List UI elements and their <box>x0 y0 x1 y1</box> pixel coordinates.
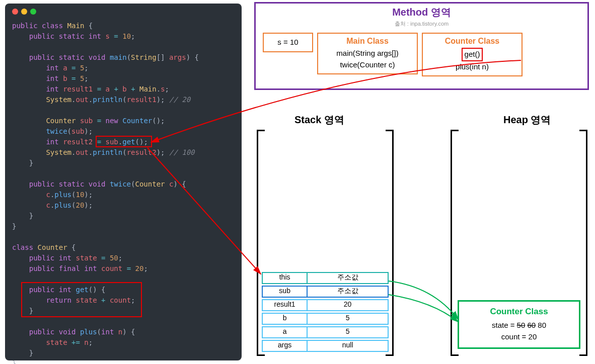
stack-value: 5 <box>308 327 388 337</box>
stack-value: 주소값 <box>308 287 388 297</box>
stack-key: sub <box>263 287 308 297</box>
stack-title: Stack 영역 <box>294 113 344 127</box>
stack-row: a5 <box>262 326 389 338</box>
heap-count: count = 20 <box>464 331 574 343</box>
stack-key: this <box>263 273 308 283</box>
maximize-icon <box>30 9 36 15</box>
stack-key: result1 <box>263 300 308 310</box>
heap-title: Heap 영역 <box>503 113 551 127</box>
stack-value: 주소값 <box>308 273 388 283</box>
code-block: public class Main { public static int s … <box>12 21 235 364</box>
stack-row: sub주소값 <box>262 286 389 298</box>
highlight-getmethod <box>21 282 142 317</box>
stack-value: null <box>308 341 388 351</box>
stack-key: b <box>263 314 308 324</box>
stack-row: this주소값 <box>262 272 389 284</box>
heap-object-box: Counter Class state = 50 60 80 count = 2… <box>458 300 580 349</box>
stack-row: argsnull <box>262 340 389 352</box>
method-title: Method 영역 <box>256 6 587 19</box>
stack-row: result120 <box>262 299 389 311</box>
stack-key: args <box>263 341 308 351</box>
close-icon <box>12 9 18 15</box>
arrow-this-to-heap <box>389 281 458 319</box>
traffic-lights <box>12 9 235 15</box>
main-class-box: Main Class main(String args[]) twice(Cou… <box>317 33 418 74</box>
stack-area: this주소값sub주소값result120b5a5argsnull <box>257 130 394 356</box>
stack-row: b5 <box>262 313 389 325</box>
heap-area: Counter Class state = 50 60 80 count = 2… <box>451 130 587 356</box>
code-editor: public class Main { public static int s … <box>5 4 242 360</box>
stack-key: a <box>263 327 308 337</box>
highlight-subget <box>96 136 152 147</box>
stack-value: 20 <box>308 300 388 310</box>
source-credit: 출처 : inpa.tistory.com <box>256 20 587 28</box>
arrow-sub-to-heap <box>389 295 458 322</box>
highlight-get: get() <box>462 48 483 61</box>
heap-state: state = 50 60 80 <box>464 320 574 331</box>
minimize-icon <box>21 9 27 15</box>
bracket-right-icon <box>579 130 587 356</box>
stack-value: 5 <box>308 314 388 324</box>
method-area: Method 영역 출처 : inpa.tistory.com s = 10 M… <box>254 2 589 90</box>
counter-class-box: Counter Class get() plus(int n) <box>422 33 523 76</box>
static-var-box: s = 10 <box>263 33 313 52</box>
